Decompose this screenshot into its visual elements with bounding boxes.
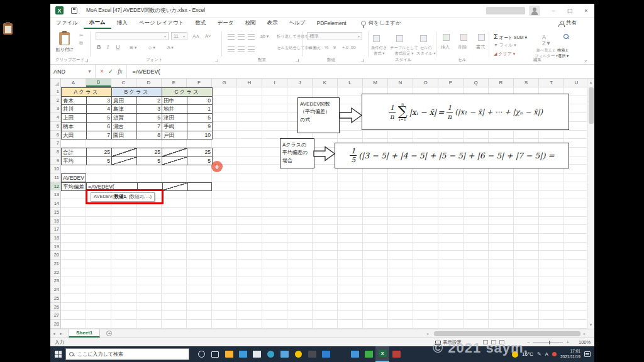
data-cell[interactable]: 7: [87, 131, 112, 140]
summary-value-cell[interactable]: 5: [87, 157, 112, 166]
currency-icon[interactable]: ☷ ▾: [308, 45, 316, 50]
font-name-select[interactable]: ▾: [96, 32, 169, 40]
column-header-R[interactable]: R: [489, 79, 514, 87]
excel-logo-icon[interactable]: X: [55, 6, 64, 14]
taskbar-clock[interactable]: 17:012021/11/19: [560, 349, 580, 360]
row-header-19[interactable]: 19: [50, 243, 60, 251]
save-icon[interactable]: [71, 8, 77, 14]
column-header-T[interactable]: T: [539, 79, 564, 87]
column-header-I[interactable]: I: [262, 79, 287, 87]
zoom-level[interactable]: 100%: [579, 339, 591, 345]
class-header-cell[interactable]: Cクラス: [162, 88, 213, 97]
row-header-13[interactable]: 13: [50, 190, 60, 199]
row-header-24[interactable]: 24: [50, 285, 60, 294]
data-cell[interactable]: 須賀: [112, 114, 137, 123]
summary-label-cell[interactable]: 平均: [62, 157, 87, 166]
column-header-H[interactable]: H: [237, 79, 262, 87]
sort-filter-icon[interactable]: AZ▼: [542, 34, 551, 47]
zoom-control[interactable]: −+: [527, 339, 569, 345]
summary-value-cell[interactable]: 5: [137, 157, 162, 166]
italic-button[interactable]: I: [107, 44, 109, 50]
format-label[interactable]: 書式: [476, 44, 485, 50]
find-select-label[interactable]: 検索と選択 ▾: [557, 48, 569, 59]
cut-icon[interactable]: ✂: [79, 33, 84, 38]
explorer-icon[interactable]: [222, 346, 236, 362]
data-cell[interactable]: 島津: [112, 105, 137, 114]
column-header-J[interactable]: J: [287, 79, 313, 87]
collapse-ribbon-icon[interactable]: ⌄: [584, 57, 588, 63]
taskbar-search-input[interactable]: ここに入力して検索: [65, 348, 189, 360]
font-color-icon[interactable]: A ▾: [167, 45, 174, 50]
row-header-9[interactable]: 9: [50, 156, 60, 165]
orientation-icon[interactable]: ab ▾: [260, 34, 269, 39]
data-cell[interactable]: 6: [87, 123, 112, 131]
data-cell[interactable]: 5: [187, 114, 213, 123]
hscroll-right-icon[interactable]: ▸: [584, 331, 586, 336]
comma-style-button[interactable]: 9: [333, 45, 336, 50]
summary-value-cell[interactable]: 25: [87, 148, 112, 157]
horizontal-scroll-thumb[interactable]: [434, 331, 580, 336]
data-cell[interactable]: 津田: [162, 114, 187, 123]
scroll-up-icon[interactable]: ▲: [587, 79, 594, 86]
data-cell[interactable]: 1: [187, 105, 213, 114]
column-header-N[interactable]: N: [388, 79, 413, 87]
row-header-4[interactable]: 4: [50, 113, 60, 122]
cancel-icon[interactable]: ×: [100, 68, 104, 75]
row-header-1[interactable]: 1: [50, 87, 60, 96]
name-box[interactable]: AND▼: [50, 65, 96, 78]
grid-area[interactable]: 1234567891011121314151617181920212223242…: [50, 87, 587, 329]
menu-tab-PDFelement[interactable]: PDFelement: [311, 18, 352, 29]
add-sheet-button[interactable]: +: [106, 331, 112, 336]
summary-value-cell[interactable]: 25: [187, 148, 213, 157]
data-cell[interactable]: 上田: [62, 114, 87, 123]
data-cell[interactable]: 大田: [62, 131, 87, 140]
mean-deviation-label-cell[interactable]: 平均偏差: [61, 182, 86, 191]
align-top-icon[interactable]: [228, 34, 235, 40]
bold-button[interactable]: B: [97, 44, 101, 50]
clipboard-dialog-launcher[interactable]: [85, 59, 88, 62]
menu-tab-表示[interactable]: 表示: [261, 18, 283, 29]
tab-nav-right-icon[interactable]: ▸: [58, 331, 65, 336]
shrink-font-icon[interactable]: A˅: [205, 33, 211, 39]
align-center-icon[interactable]: [238, 47, 245, 52]
row-header-2[interactable]: 2: [50, 96, 60, 105]
cortana-icon[interactable]: [194, 346, 208, 362]
conditional-formatting-label[interactable]: 条件付き書式 ▾: [371, 45, 387, 57]
row-header-14[interactable]: 14: [50, 199, 60, 208]
column-header-K[interactable]: K: [313, 79, 338, 87]
column-header-G[interactable]: G: [212, 79, 237, 87]
scroll-down-icon[interactable]: ▼: [587, 321, 594, 329]
photos-icon[interactable]: [236, 346, 250, 362]
insert-label[interactable]: 挿入: [441, 44, 450, 50]
row-header-3[interactable]: 3: [50, 104, 60, 113]
app-blue-icon[interactable]: [277, 346, 291, 362]
row-header-11[interactable]: 11: [50, 173, 60, 182]
column-header-C[interactable]: C: [111, 79, 136, 87]
row-header-20[interactable]: 20: [50, 251, 60, 260]
ime-indicator[interactable]: A: [545, 351, 548, 357]
account-avatar[interactable]: [529, 6, 540, 16]
start-button[interactable]: [50, 346, 65, 362]
row-header-23[interactable]: 23: [50, 277, 60, 285]
summary-value-cell[interactable]: 5: [187, 157, 213, 166]
row-header-7[interactable]: 7: [50, 139, 60, 148]
align-left-icon[interactable]: [228, 47, 235, 52]
close-button[interactable]: ×: [578, 4, 594, 18]
alignment-dialog-launcher[interactable]: [296, 59, 299, 62]
underline-button[interactable]: U: [116, 44, 120, 50]
data-cell[interactable]: 2: [137, 97, 162, 106]
data-cell[interactable]: 5: [87, 114, 112, 123]
font-size-select[interactable]: 11▾: [171, 32, 187, 40]
data-cell[interactable]: 瀬古: [112, 123, 137, 131]
minimize-button[interactable]: –: [545, 4, 562, 18]
data-cell[interactable]: 8: [137, 131, 162, 140]
data-cell[interactable]: 戸田: [162, 131, 187, 140]
borders-icon[interactable]: ⊞ ▾: [130, 45, 136, 50]
data-cell[interactable]: 9: [187, 123, 213, 131]
data-cell[interactable]: 3: [137, 105, 162, 114]
row-header-27[interactable]: 27: [50, 311, 60, 320]
data-cell[interactable]: 井川: [62, 105, 87, 114]
class-header-cell[interactable]: Bクラス: [112, 88, 162, 97]
cell-styles-button[interactable]: [420, 35, 429, 43]
edge-icon[interactable]: [264, 346, 277, 362]
